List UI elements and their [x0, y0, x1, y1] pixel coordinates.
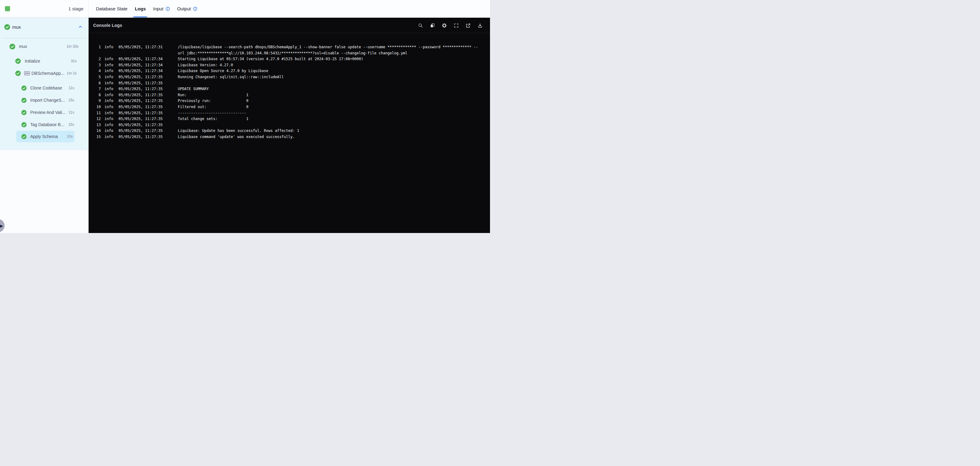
- tab-database-state[interactable]: Database State: [96, 0, 127, 17]
- tree-node-label: DBSchemaApp...: [32, 71, 64, 76]
- console-logs-panel: Console Logs: [89, 18, 490, 233]
- tree-node-label: Preview And Vali...: [30, 110, 66, 115]
- console-header: Console Logs: [89, 18, 490, 33]
- log-message: Liquibase: Update has been successful. R…: [178, 128, 299, 134]
- log-output: 1info05/05/2025, 11:27:31/liquibase/liqu…: [89, 33, 490, 233]
- log-level: info: [105, 74, 114, 80]
- log-level: info: [105, 122, 114, 128]
- stage-header-mux[interactable]: mux: [0, 20, 88, 33]
- open-in-new-button[interactable]: [466, 23, 471, 28]
- content-area: Database StateLogsInputOutput Console Lo…: [89, 0, 490, 233]
- play-triangle-icon: ▶: [0, 224, 3, 228]
- log-timestamp: 05/05/2025, 11:27:35: [119, 110, 163, 116]
- log-line: url jdbc:**************ql://10.103.244.9…: [89, 50, 490, 57]
- log-line: 5info05/05/2025, 11:27:35Running Changes…: [89, 74, 490, 80]
- log-line-number: 5: [89, 74, 101, 80]
- log-timestamp: 05/05/2025, 11:27:34: [119, 68, 163, 74]
- tree-node-dbschemaapp[interactable]: DBSchemaApp...1m 2s: [0, 67, 88, 80]
- log-message: Filtered out: 0: [178, 104, 248, 110]
- log-timestamp: 05/05/2025, 11:27:35: [119, 116, 163, 122]
- log-timestamp: 05/05/2025, 11:27:34: [119, 62, 163, 68]
- tree-node-label: mux: [19, 44, 27, 49]
- log-line-number: 9: [89, 98, 101, 104]
- log-line-number: 1: [89, 44, 101, 50]
- log-timestamp: 05/05/2025, 11:27:35: [119, 80, 163, 86]
- log-message: Run: 1: [178, 92, 248, 98]
- duration-label: 1m 33s: [67, 44, 78, 49]
- log-timestamp: 05/05/2025, 11:27:31: [119, 44, 163, 50]
- log-line: 12info05/05/2025, 11:27:35Total change s…: [89, 116, 490, 122]
- log-line-number: 8: [89, 92, 101, 98]
- log-line: 2info05/05/2025, 11:27:34Starting Liquib…: [89, 56, 490, 62]
- log-timestamp: 05/05/2025, 11:27:35: [119, 128, 163, 134]
- info-icon: [165, 7, 170, 11]
- sidebar-header: 1 stage: [0, 0, 88, 18]
- log-line: 14info05/05/2025, 11:27:35Liquibase: Upd…: [89, 128, 490, 134]
- tree-node-import-changes[interactable]: Import ChangeS...15s: [0, 94, 88, 106]
- log-message: /liquibase/liquibase --search-path dbops…: [178, 44, 478, 50]
- log-settings-button[interactable]: [442, 23, 447, 28]
- log-level: info: [105, 86, 114, 92]
- download-logs-button[interactable]: [477, 23, 483, 28]
- log-line-number: 13: [89, 122, 101, 128]
- log-timestamp: 05/05/2025, 11:27:35: [119, 104, 163, 110]
- success-check-icon: [21, 134, 27, 139]
- info-icon: [193, 7, 197, 11]
- log-line: 10info05/05/2025, 11:27:35Filtered out: …: [89, 104, 490, 110]
- log-timestamp: 05/05/2025, 11:27:35: [119, 92, 163, 98]
- pipeline-execution-view: 1 stage mux mux1m 33sInitialize31sDBSche…: [0, 0, 490, 233]
- stage-count-label: 1 stage: [68, 6, 83, 11]
- log-level: info: [105, 62, 114, 68]
- duration-label: 15s: [68, 98, 74, 102]
- log-line-number: 4: [89, 68, 101, 74]
- success-check-icon: [21, 86, 27, 91]
- log-message: Starting Liquibase at 05:57:34 (version …: [178, 56, 363, 62]
- tab-input[interactable]: Input: [153, 0, 170, 17]
- log-timestamp: 05/05/2025, 11:27:35: [119, 134, 163, 140]
- download-icon: [477, 23, 483, 28]
- tree-node-tag-database-b[interactable]: Tag Database B...15s: [0, 118, 88, 131]
- log-timestamp: 05/05/2025, 11:27:35: [119, 98, 163, 104]
- duration-label: 31s: [71, 59, 77, 63]
- log-message: Liquibase Version: 4.27.0: [178, 62, 233, 68]
- tree-node-clone-codebase[interactable]: Clone Codebase11s: [0, 82, 88, 94]
- tree-node-apply-schema[interactable]: Apply Schema10s: [16, 131, 75, 142]
- stage-name: mux: [12, 24, 21, 30]
- stage-status-square-icon: [5, 6, 10, 11]
- log-line-number: 7: [89, 86, 101, 92]
- success-check-icon: [10, 44, 15, 49]
- fullscreen-button[interactable]: [453, 23, 459, 28]
- tree-node-label: Apply Schema: [30, 134, 58, 139]
- tab-output[interactable]: Output: [177, 0, 197, 17]
- success-check-icon: [21, 122, 27, 127]
- tree-node-mux[interactable]: mux1m 33s: [0, 40, 88, 52]
- stages-sidebar: 1 stage mux mux1m 33sInitialize31sDBSche…: [0, 0, 89, 233]
- tree-node-initialize[interactable]: Initialize31s: [0, 55, 88, 67]
- log-timestamp: 05/05/2025, 11:27:35: [119, 122, 163, 128]
- console-toolbar: [418, 23, 483, 28]
- search-logs-button[interactable]: [418, 23, 423, 28]
- step-group-icon: [24, 71, 30, 75]
- log-message: Previously run: 0: [178, 98, 248, 104]
- success-check-icon: [4, 24, 10, 30]
- log-message: Liquibase command 'update' was executed …: [178, 134, 295, 140]
- log-level: info: [105, 128, 114, 134]
- log-line: 13info05/05/2025, 11:27:35: [89, 122, 490, 128]
- tree-node-label: Clone Codebase: [30, 86, 62, 91]
- tab-logs[interactable]: Logs: [135, 0, 146, 17]
- copy-logs-button[interactable]: [430, 23, 435, 28]
- console-title: Console Logs: [93, 23, 122, 28]
- tab-label: Database State: [96, 6, 127, 11]
- success-check-icon: [15, 70, 21, 76]
- log-level: info: [105, 104, 114, 110]
- expand-panel-button[interactable]: ▶: [0, 219, 5, 232]
- tree-node-preview-and-vali[interactable]: Preview And Vali...11s: [0, 106, 88, 118]
- tab-label: Logs: [135, 6, 146, 11]
- log-line: 3info05/05/2025, 11:27:34Liquibase Versi…: [89, 62, 490, 68]
- log-level: info: [105, 134, 114, 140]
- tree-node-label: Import ChangeS...: [30, 98, 65, 103]
- log-message: url jdbc:**************ql://10.103.244.9…: [178, 50, 407, 57]
- log-level: info: [105, 56, 114, 62]
- log-line-number: [89, 50, 101, 57]
- log-line-number: 15: [89, 134, 101, 140]
